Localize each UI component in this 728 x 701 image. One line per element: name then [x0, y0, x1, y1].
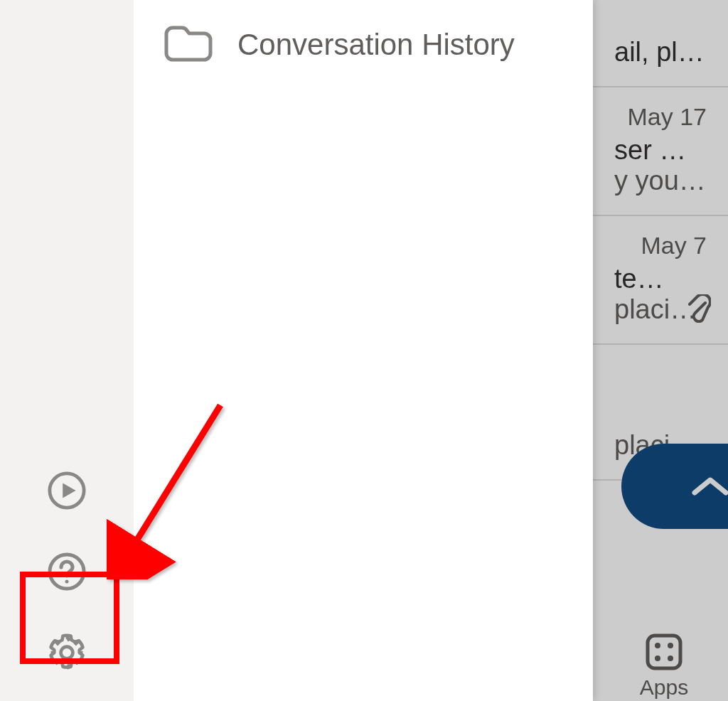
- mail-subject: ter…: [614, 264, 707, 294]
- svg-marker-1: [63, 483, 75, 498]
- scroll-top-button[interactable]: [621, 444, 728, 529]
- mail-list-item[interactable]: ail, pl…: [593, 0, 728, 87]
- folder-item-label: Conversation History: [237, 28, 515, 62]
- svg-point-7: [668, 643, 673, 648]
- svg-point-2: [50, 555, 84, 589]
- mail-subject: ser M…: [614, 135, 707, 166]
- svg-point-8: [655, 655, 660, 661]
- apps-nav-label: Apps: [614, 675, 714, 700]
- settings-button[interactable]: [47, 633, 87, 673]
- folder-flyout-panel: Conversation History: [134, 0, 593, 701]
- mail-subject: ail, pl…: [614, 37, 707, 68]
- rail-icon-group: [0, 471, 134, 673]
- play-circle-icon: [47, 470, 87, 511]
- mail-date: May 17: [614, 103, 707, 131]
- svg-point-6: [655, 643, 660, 648]
- mail-preview: y you …: [614, 166, 707, 196]
- mail-list-item[interactable]: May 17 ser M… y you …: [593, 87, 728, 216]
- help-button[interactable]: [47, 552, 87, 592]
- play-button[interactable]: [47, 471, 87, 510]
- help-circle-icon: [47, 552, 87, 592]
- attachment-icon: [685, 294, 711, 326]
- svg-point-9: [668, 655, 673, 661]
- left-nav-rail: [0, 0, 134, 701]
- mail-date: May 7: [614, 232, 707, 259]
- svg-point-4: [61, 647, 73, 659]
- chevron-up-icon: [690, 474, 728, 498]
- apps-nav-button[interactable]: Apps: [614, 633, 714, 700]
- svg-point-3: [65, 580, 69, 584]
- apps-grid-icon: [614, 633, 714, 674]
- mail-list-item[interactable]: May 7 ter… placin…: [593, 216, 728, 345]
- gear-icon: [47, 631, 87, 674]
- svg-rect-5: [648, 636, 680, 668]
- mail-list: ail, pl… May 17 ser M… y you … May 7 ter…: [593, 0, 728, 701]
- folder-item-conversation-history[interactable]: Conversation History: [134, 0, 593, 90]
- folder-icon: [164, 24, 213, 65]
